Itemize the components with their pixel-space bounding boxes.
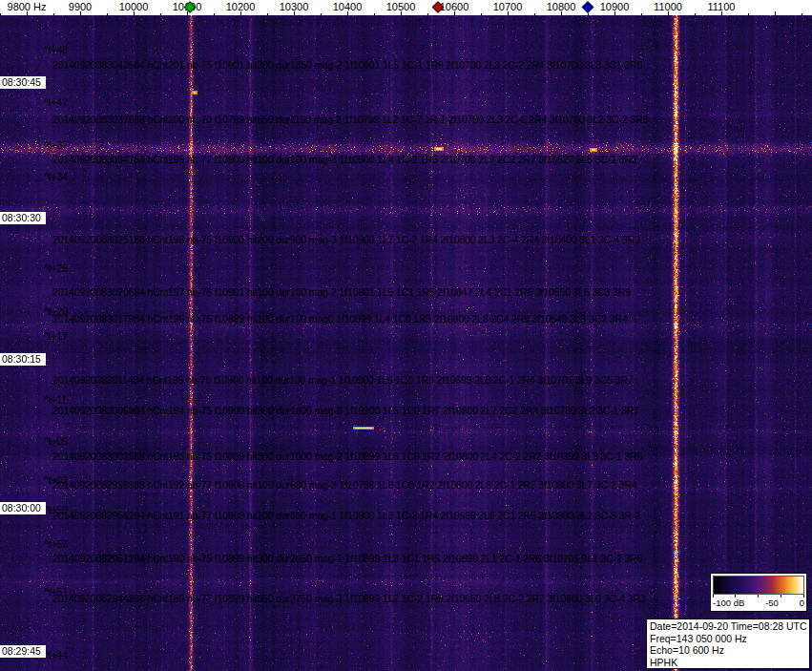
freq-tick bbox=[614, 11, 615, 15]
freq-tick bbox=[668, 11, 669, 15]
legend-label-max: 0 bbox=[800, 598, 804, 608]
freq-tick bbox=[775, 11, 776, 15]
time-axis-label: 08:30:00 bbox=[0, 502, 46, 514]
freq-tick bbox=[454, 11, 455, 15]
freq-tick bbox=[267, 13, 268, 15]
info-date-time: Date=2014-09-20 Time=08:28 UTC bbox=[650, 620, 806, 633]
freq-tick bbox=[695, 13, 696, 15]
detection-log-line: 20140920083025188 hCnt198 nb-75 f10900 h… bbox=[52, 234, 640, 245]
time-axis-label: 08:29:45 bbox=[0, 645, 46, 658]
freq-tick bbox=[214, 13, 215, 15]
detection-log-line: 20140920083006984 hCnt194 nb-75 f10900 h… bbox=[52, 405, 639, 416]
freq-tick bbox=[427, 13, 428, 15]
detection-log-line: 20140920082959888 hCnt192 nb-77 f10900 h… bbox=[52, 479, 637, 491]
detection-log-line: 20140920083017984 hCnt196 nb-75 f10899 h… bbox=[52, 313, 627, 325]
detection-log-line: 20140920082956284 hCnt191 nb-77 f10900 h… bbox=[52, 510, 640, 521]
log-time-marker: ^t+34 bbox=[44, 171, 68, 182]
freq-tick bbox=[641, 13, 642, 15]
freq-tick bbox=[561, 11, 562, 15]
meteor-spectrogram-screen: 9800 Hz 9900 10000 10100 10200 10300 104… bbox=[0, 0, 812, 671]
freq-tick bbox=[240, 11, 241, 15]
info-frequency: Freq=143 050 000 Hz bbox=[650, 633, 806, 645]
frequency-axis: 9800 Hz 9900 10000 10100 10200 10300 104… bbox=[0, 0, 812, 15]
log-time-marker: ^t+17 bbox=[44, 330, 68, 342]
legend-label-min: -100 dB bbox=[713, 598, 744, 608]
time-axis-label: 08:30:30 bbox=[0, 212, 46, 224]
freq-tick bbox=[0, 13, 1, 15]
detection-log-line: 20140920082951284 hCnt190 nb-75 f10899 h… bbox=[52, 553, 642, 564]
time-axis-label: 08:30:15 bbox=[0, 353, 46, 366]
freq-tick bbox=[721, 11, 722, 15]
freq-tick bbox=[401, 11, 402, 15]
freq-tick bbox=[134, 11, 135, 15]
time-axis-label: 08:30:45 bbox=[0, 76, 46, 89]
observation-info-box: Date=2014-09-20 Time=08:28 UTC Freq=143 … bbox=[646, 619, 810, 669]
legend-gradient bbox=[713, 576, 804, 595]
log-time-marker: ^t+56 bbox=[44, 538, 68, 550]
detection-log-line: 20140920083002888 hCnt193 nb-76 f10899 h… bbox=[52, 451, 642, 462]
log-time-marker: ^t+37 bbox=[44, 139, 68, 151]
freq-tick bbox=[321, 13, 322, 15]
detection-log-line: 20140920083020584 hCnt197 nb-76 f10901 h… bbox=[52, 286, 631, 298]
freq-tick bbox=[160, 13, 161, 15]
log-time-marker: ^t+48 bbox=[44, 44, 68, 55]
freq-tick bbox=[481, 13, 482, 15]
freq-tick bbox=[53, 13, 54, 15]
db-scale-legend: -100 dB -50 0 bbox=[710, 573, 807, 612]
freq-tick bbox=[347, 11, 348, 15]
freq-tick bbox=[748, 13, 749, 15]
freq-tick bbox=[802, 13, 802, 15]
detection-log-line: 20140920083037688 hCnt200 nb-70 f10799 h… bbox=[52, 114, 648, 125]
info-station: HPHK bbox=[650, 657, 806, 669]
log-time-marker: ^t+44 bbox=[44, 649, 68, 661]
detection-log-line: 20140920082944888 hCnt189 nb-77 f10899 h… bbox=[52, 593, 646, 604]
legend-ticks bbox=[713, 595, 804, 598]
freq-tick bbox=[80, 11, 81, 15]
log-time-marker: ^t+06 bbox=[44, 435, 68, 447]
blue-diamond-marker-icon[interactable] bbox=[582, 1, 594, 13]
spectrogram-canvas bbox=[0, 0, 812, 671]
detection-log-line: 20140920083042584 hCnt201 nb-75 f10901 h… bbox=[52, 59, 642, 71]
legend-label-mid: -50 bbox=[765, 598, 779, 608]
freq-tick bbox=[374, 13, 375, 15]
freq-tick bbox=[534, 13, 535, 15]
detection-log-line: 20140920083034784 hCnt199 nb-77 f10900 h… bbox=[52, 154, 637, 165]
freq-tick bbox=[294, 11, 295, 15]
detection-log-line: 20140920083011484 hCnt195 nb-76 f10900 h… bbox=[52, 374, 633, 386]
freq-tick bbox=[508, 11, 509, 15]
freq-tick bbox=[27, 11, 28, 15]
log-time-marker: ^t+25 bbox=[44, 262, 68, 274]
info-echo: Echo=10 600 Hz bbox=[650, 644, 806, 657]
freq-tick bbox=[107, 13, 108, 15]
freq-tick bbox=[588, 13, 589, 15]
log-time-marker: ^t+42 bbox=[44, 96, 68, 108]
